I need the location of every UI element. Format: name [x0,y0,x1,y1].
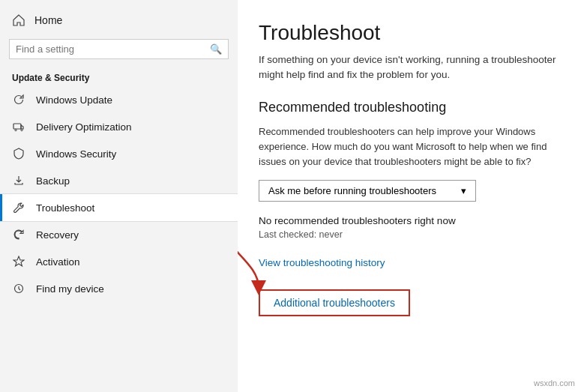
page-title: Troubleshoot [259,21,557,45]
recovery-icon [12,228,25,241]
page-subtitle: If something on your device isn't workin… [259,52,557,83]
recommended-desc: Recommended troubleshooters can help imp… [259,124,557,169]
additional-troubleshooters-button[interactable]: Additional troubleshooters [259,289,410,316]
home-icon [12,13,25,27]
last-checked-text: Last checked: never [259,229,557,240]
section-title: Update & Security [0,68,238,86]
sidebar-item-label: Windows Update [36,94,112,106]
home-label: Home [34,14,62,26]
sidebar-item-backup[interactable]: Backup [0,167,238,194]
arrow-annotation [238,199,281,297]
sidebar-item-label: Backup [36,175,70,187]
view-history-link[interactable]: View troubleshooting history [259,257,385,268]
sidebar-item-label: Activation [36,256,80,268]
watermark: wsxdn.com [534,379,575,388]
sidebar-item-label: Find my device [36,283,104,295]
sidebar-item-windows-update[interactable]: Windows Update [0,86,238,113]
sidebar: Home 🔍 Update & Security Windows UpdateD… [0,0,238,392]
sidebar-item-troubleshoot[interactable]: Troubleshoot [0,194,238,221]
troubleshoot-dropdown[interactable]: Ask me before running troubleshooters ▾ [259,180,476,202]
delivery-icon [12,120,25,133]
refresh-icon [12,93,25,106]
nav-items: Windows UpdateDelivery OptimizationWindo… [0,86,238,302]
sidebar-item-delivery-optimization[interactable]: Delivery Optimization [0,113,238,140]
wrench-icon [12,201,25,214]
sidebar-item-label: Troubleshoot [36,202,94,214]
chevron-down-icon: ▾ [461,185,466,196]
sidebar-item-find-my-device[interactable]: Find my device [0,275,238,302]
sidebar-item-windows-security[interactable]: Windows Security [0,140,238,167]
svg-point-2 [21,129,22,130]
sidebar-item-label: Delivery Optimization [36,121,132,133]
sidebar-item-recovery[interactable]: Recovery [0,221,238,248]
sidebar-item-label: Recovery [36,229,79,241]
sidebar-item-home[interactable]: Home [0,6,238,34]
no-recommended-text: No recommended troubleshooters right now [259,215,557,226]
find-icon [12,282,25,295]
svg-point-1 [15,129,16,130]
search-icon: 🔍 [210,43,222,55]
right-panel: Troubleshoot If something on your device… [238,0,581,392]
svg-rect-0 [13,124,21,129]
backup-icon [12,174,25,187]
search-box[interactable]: 🔍 [9,39,229,59]
sidebar-item-label: Windows Security [36,148,116,160]
dropdown-value: Ask me before running troubleshooters [268,185,436,196]
activation-icon [12,255,25,268]
search-input[interactable] [16,43,205,55]
recommended-heading: Recommended troubleshooting [259,100,557,115]
shield-icon [12,147,25,160]
sidebar-item-activation[interactable]: Activation [0,248,238,275]
